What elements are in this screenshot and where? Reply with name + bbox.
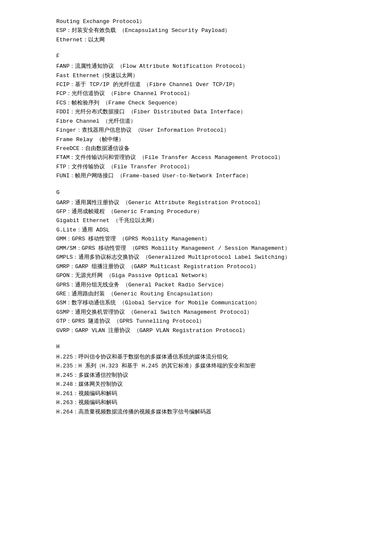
entry: FANP：流属性通知协议 （Flow Attribute Notificatio… bbox=[56, 62, 366, 71]
entry: H.261：视频编码和解码 bbox=[56, 389, 366, 398]
entry: Fast Ethernet（快速以太网） bbox=[56, 71, 366, 80]
entry: Frame Relay （帧中继） bbox=[56, 135, 366, 144]
entry: G.Lite：通用 ADSL bbox=[56, 225, 366, 234]
entry: FCIP：基于 TCP/IP 的光纤信道 （Fibre Channel Over… bbox=[56, 80, 366, 89]
section-g: GGARP：通用属性注册协议 （Generic Attribute Regist… bbox=[56, 188, 366, 335]
section-h: HH.225：呼叫信令协议和基于数据包的多媒体通信系统的媒体流分组化H.235：… bbox=[56, 343, 366, 416]
entry: H.245：多媒体通信控制协议 bbox=[56, 371, 366, 380]
entry: FDDI：光纤分布式数据接口 （Fiber Distributed Data I… bbox=[56, 107, 366, 116]
top-entries: Routing Exchange Protocol）ESP：封装安全有效负载 （… bbox=[56, 17, 366, 44]
entry: ESP：封装安全有效负载 （Encapsulating Security Pay… bbox=[56, 26, 366, 35]
section-f: FFANP：流属性通知协议 （Flow Attribute Notificati… bbox=[56, 52, 366, 180]
entry: GFP：通用成帧规程 （Generic Framing Procedure） bbox=[56, 207, 366, 216]
section-letter: F bbox=[56, 52, 366, 61]
entry: GMRP：GARP 组播注册协议 （GARP Multicast Registr… bbox=[56, 262, 366, 271]
entry: Gigabit Ethernet （千兆位以太网） bbox=[56, 216, 366, 225]
entry: FUNI：帧用户网络接口 （Frame-based User-to-Networ… bbox=[56, 171, 366, 180]
entry: H.248：媒体网关控制协议 bbox=[56, 380, 366, 389]
entry: GMM：GPRS 移动性管理 （GPRS Mobility Management… bbox=[56, 234, 366, 243]
entry: GMM/SM：GPRS 移动性管理 （GPRS Mobility Managem… bbox=[56, 244, 366, 253]
entry: GSMP：通用交换机管理协议 （General Switch Managemen… bbox=[56, 308, 366, 317]
entry: GSM：数字移动通信系统 （Global Service for Mobile … bbox=[56, 298, 366, 307]
entry: FTAM：文件传输访问和管理协议 （File Transfer Access M… bbox=[56, 153, 366, 162]
entry: Ethernet：以太网 bbox=[56, 35, 366, 44]
entry: GRE：通用路由封装 （Generic Routing Encapsulatio… bbox=[56, 289, 366, 298]
entry: FCS：帧检验序列 （Frame Check Sequence） bbox=[56, 98, 366, 107]
entry: GARP：通用属性注册协议 （Generic Attribute Registr… bbox=[56, 198, 366, 207]
entry: FCP：光纤信道协议 （Fibre Channel Protocol） bbox=[56, 89, 366, 98]
entry: Finger：查找器用户信息协议 （User Information Proto… bbox=[56, 126, 366, 135]
entry: H.264：高质量视频数据流传播的视频多媒体数字信号编解码器 bbox=[56, 408, 366, 416]
entry: FTP：文件传输协议 （File Transfer Protocol） bbox=[56, 162, 366, 171]
entry: GVRP：GARP VLAN 注册协议 （GARP VLAN Registrat… bbox=[56, 326, 366, 335]
entry: GPRS：通用分组无线业务 （General Packet Radio Serv… bbox=[56, 280, 366, 289]
section-letter: G bbox=[56, 188, 366, 197]
entry: Fibre Channel （光纤信道） bbox=[56, 117, 366, 126]
section-letter: H bbox=[56, 343, 366, 352]
entry: H.263：视频编码和解码 bbox=[56, 398, 366, 407]
entry: GPON：无源光纤网 （Giga Passive Optical Network… bbox=[56, 271, 366, 280]
entry: GMPLS：通用多协议标志交换协议 （Generalized Multiprot… bbox=[56, 253, 366, 262]
entry: Routing Exchange Protocol） bbox=[56, 17, 366, 26]
entry: H.225：呼叫信令协议和基于数据包的多媒体通信系统的媒体流分组化 bbox=[56, 353, 366, 361]
entry: GTP：GPRS 隧道协议 （GPRS Tunnelling Protocol） bbox=[56, 317, 366, 326]
entry: FreeDCE：自由数据通信设备 bbox=[56, 144, 366, 153]
entry: H.235：H 系列（H.323 和基于 H.245 的其它标准）多媒体终端的安… bbox=[56, 361, 366, 370]
